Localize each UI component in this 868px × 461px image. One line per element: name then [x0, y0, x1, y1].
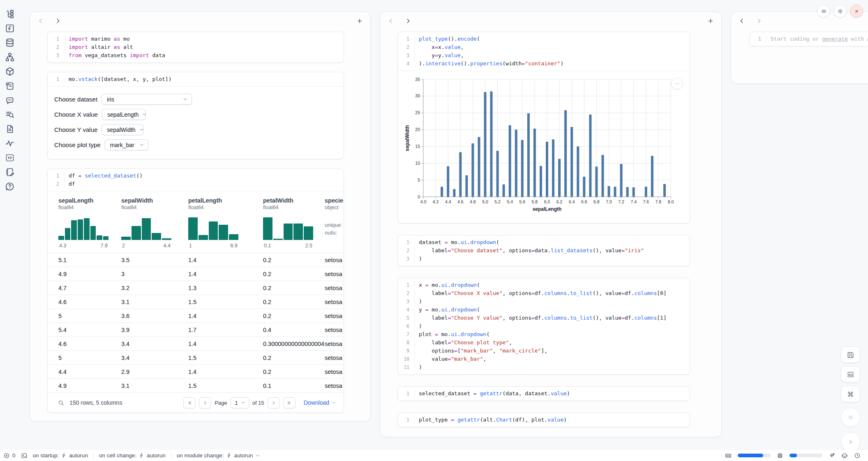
documentation-icon[interactable] [5, 124, 15, 134]
code-editor[interactable]: 1selected_dataset = getattr(data, datase… [398, 387, 690, 401]
code-editor[interactable]: 1dataset = mo.ui.dropdown(2 label="Choos… [398, 235, 690, 266]
code-editor[interactable]: 1import marimo as mo2import altair as al… [48, 32, 344, 62]
chatbot-button[interactable] [841, 452, 848, 459]
ai-assistant-button[interactable] [829, 452, 835, 459]
svg-text:4.2: 4.2 [433, 199, 439, 204]
packages-icon[interactable] [5, 67, 15, 76]
line-number-gutter: 4 [398, 306, 415, 314]
table-cell: setosa [325, 299, 344, 305]
line-number: 1 [406, 416, 409, 424]
bolt-icon [226, 453, 232, 458]
column-forward-button[interactable] [756, 18, 762, 24]
code-editor[interactable]: 1plot_type().encode(2 x=x.value,3 y=y.va… [398, 32, 690, 71]
page-select[interactable]: 1 [231, 397, 249, 408]
column-forward-button[interactable] [405, 18, 411, 24]
code-editor[interactable]: 1plot_type = getattr(alt.Chart(df), plot… [398, 413, 690, 427]
run-button[interactable] [841, 432, 860, 452]
snippets-icon[interactable] [5, 153, 15, 163]
fold-chevron-icon[interactable] [409, 37, 415, 41]
line-number: 11 [404, 363, 409, 371]
chevron-down-icon [139, 127, 144, 132]
table-cell: 4.9 [58, 271, 121, 277]
errors-indicator[interactable]: 0 [3, 452, 16, 459]
help-icon[interactable] [5, 182, 15, 191]
line-number: 3 [406, 297, 409, 306]
table-cell: 0.2 [263, 313, 325, 319]
save-button[interactable] [841, 346, 860, 363]
svg-text:7.0: 7.0 [606, 199, 612, 204]
svg-text:sepalWidth: sepalWidth [404, 125, 410, 151]
table-cell: 3.1 [121, 299, 188, 305]
scratchpad-icon[interactable] [5, 81, 15, 91]
code-editor[interactable]: 1df = selected_dataset()2df [48, 169, 344, 191]
code-editor[interactable]: 1mo.vstack([dataset, x, y, plot]) [48, 72, 344, 86]
code-editor[interactable]: 1Start coding or generate with AI [750, 32, 868, 46]
line-number: 3 [406, 255, 409, 263]
dependency-graph-icon[interactable] [5, 52, 15, 62]
next-page-button[interactable] [268, 397, 280, 408]
svg-text:7.2: 7.2 [618, 199, 624, 204]
bar-chart[interactable]: 4.04.24.44.64.85.05.25.45.65.86.06.26.46… [404, 76, 681, 217]
dropdown-select[interactable]: iris [102, 94, 192, 105]
page-count-label: of 15 [252, 400, 264, 406]
on-startup-mode[interactable]: on startup: autorun [33, 452, 88, 459]
keyboard-shortcuts-button[interactable] [841, 386, 860, 402]
table-row: 4.931.40.2setosa [48, 267, 344, 281]
code-text: label="Choose plot type", [415, 339, 512, 347]
fold-chevron-icon[interactable] [409, 332, 415, 337]
column-histogram [121, 214, 171, 240]
tracing-icon[interactable] [5, 138, 15, 148]
marimo-app: 1import marimo as mo2import altair as al… [0, 0, 868, 461]
column-back-button[interactable] [388, 18, 394, 24]
download-button[interactable]: Download [304, 399, 336, 406]
plus-icon [356, 18, 363, 24]
column-back-button[interactable] [37, 18, 44, 24]
line-number-gutter: 3 [398, 297, 415, 306]
variables-icon[interactable] [5, 23, 15, 33]
ai-chat-icon[interactable] [5, 95, 15, 105]
on-module-change-mode[interactable]: on module change: autorun [177, 452, 261, 459]
line-number-gutter: 1 [750, 35, 767, 43]
fold-chevron-icon[interactable] [409, 240, 415, 244]
chart-actions-button[interactable] [671, 78, 683, 90]
table-cell: 0.4 [263, 327, 325, 333]
runtime-status-button[interactable] [854, 452, 861, 459]
search-icon[interactable] [58, 399, 65, 406]
file-explorer-icon[interactable] [5, 9, 15, 19]
cell-output: Choose datasetirisChoose X valuesepalLen… [48, 86, 344, 159]
svg-text:30: 30 [415, 93, 420, 98]
menu-button[interactable] [817, 5, 830, 18]
stop-button[interactable] [841, 408, 860, 427]
dropdown-select[interactable]: mark_bar [105, 139, 148, 150]
last-page-button[interactable] [283, 397, 295, 408]
add-cell-button[interactable] [707, 18, 714, 24]
notebook-icon[interactable] [5, 167, 15, 177]
line-number: 2 [56, 180, 59, 188]
layout-toggle-button[interactable] [841, 366, 860, 383]
line-number: 3 [56, 51, 59, 60]
line-number: 7 [406, 330, 409, 339]
code-line: 1mo.vstack([dataset, x, y, plot]) [48, 75, 344, 83]
column-forward-button[interactable] [55, 18, 61, 24]
dropdown-value: mark_bar [110, 142, 134, 148]
terminal-button[interactable] [21, 452, 28, 459]
logs-icon[interactable] [5, 110, 15, 120]
code-editor[interactable]: 1x = mo.ui.dropdown(2 label="Choose X va… [398, 278, 690, 374]
data-sources-icon[interactable] [5, 38, 15, 48]
first-page-button[interactable] [183, 397, 196, 408]
previous-page-button[interactable] [199, 397, 211, 408]
fold-chevron-icon[interactable] [409, 283, 415, 287]
dropdown-select[interactable]: sepalLength [102, 109, 145, 120]
line-number-gutter: 10 [398, 355, 415, 363]
range-min: 4.3 [59, 243, 66, 249]
settings-button[interactable] [833, 5, 847, 18]
column-back-button[interactable] [739, 18, 745, 24]
add-cell-button[interactable] [356, 18, 363, 24]
close-button[interactable] [850, 5, 863, 18]
dropdown-select[interactable]: sepalWidth [102, 124, 143, 135]
code-text: label="Choose X value", options=df.colum… [415, 289, 667, 297]
svg-text:6.4: 6.4 [569, 199, 575, 204]
on-cell-change-mode[interactable]: on cell change: autorun [99, 452, 166, 459]
fold-chevron-icon[interactable] [409, 308, 415, 312]
column-type: float64 [58, 205, 121, 210]
